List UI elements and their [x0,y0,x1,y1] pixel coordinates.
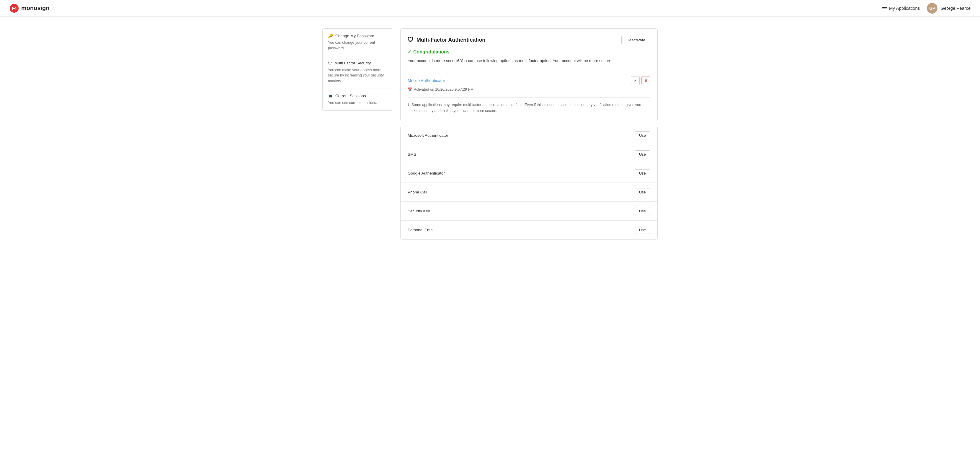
calendar-icon: 📅 [408,88,412,92]
sms-label: SMS [408,152,416,156]
header-right: My Applications GP George Pearce [882,3,970,14]
mfa-card: 🛡 Multi-Factor Authentication Deactivate… [400,28,658,121]
use-personal-email-button[interactable]: Use [635,226,650,234]
congratulations-message: ✓ Congratulations [408,49,650,55]
security-key-label: Security Key [408,209,430,213]
google-authenticator-label: Google Authenticator [408,171,445,175]
mobile-authenticator-link[interactable]: Mobile Authenticator [408,78,445,83]
use-phone-call-button[interactable]: Use [635,188,650,196]
my-applications-label: My Applications [889,6,920,11]
content-area: 🛡 Multi-Factor Authentication Deactivate… [400,28,658,239]
use-microsoft-button[interactable]: Use [635,131,650,139]
delete-authenticator-button[interactable]: 🗑 [641,76,650,85]
option-row-personal-email: Personal Email Use [401,221,657,239]
mobile-authenticator-section: Mobile Authenticator ✓ 🗑 📅 Activated on … [408,70,650,114]
shield-icon: 🛡 [328,61,332,65]
verify-authenticator-button[interactable]: ✓ [631,76,640,85]
sidebar-item-multi-factor-desc: You can make your access more secure by … [328,67,388,84]
option-row-phone-call: Phone Call Use [401,183,657,202]
my-applications-button[interactable]: My Applications [882,6,920,11]
mfa-title: 🛡 Multi-Factor Authentication [408,37,485,43]
user-name: George Pearce [940,6,970,11]
sidebar-item-current-sessions-title: 💻 Current Sessions [328,94,388,98]
option-row-microsoft: Microsoft Authenticator Use [401,126,657,145]
use-google-button[interactable]: Use [635,169,650,177]
personal-email-label: Personal Email [408,228,434,232]
sessions-icon: 💻 [328,94,333,98]
auth-actions: ✓ 🗑 [631,76,650,85]
avatar: GP [927,3,937,14]
shield-mfa-icon: 🛡 [408,37,414,43]
checkmark-icon: ✓ [408,49,412,55]
sidebar-item-multi-factor-title: 🛡 Multi Factor Security [328,61,388,65]
use-sms-button[interactable]: Use [635,150,650,158]
sidebar-item-change-password-title: 🔑 Change My Password [328,34,388,38]
hamburger-icon [882,7,887,9]
user-menu[interactable]: GP George Pearce [927,3,970,14]
sidebar-item-change-password-desc: You can change your current password. [328,40,388,51]
sidebar-card: 🔑 Change My Password You can change your… [322,28,393,111]
info-note: ℹ Some applications may require multi-fa… [408,97,650,114]
key-icon: 🔑 [328,34,333,38]
option-row-sms: SMS Use [401,145,657,164]
monosign-logo-icon [10,3,19,13]
option-row-security-key: Security Key Use [401,202,657,221]
info-circle-icon: ℹ [408,102,409,108]
svg-point-0 [10,4,19,13]
mfa-description: Your account is more secure! You can use… [408,57,650,64]
logo-text: monosign [21,5,49,11]
sidebar-item-multi-factor[interactable]: 🛡 Multi Factor Security You can make you… [323,56,393,89]
microsoft-authenticator-label: Microsoft Authenticator [408,133,448,138]
logo[interactable]: monosign [10,3,49,13]
phone-call-label: Phone Call [408,190,427,194]
use-security-key-button[interactable]: Use [635,207,650,215]
option-row-google: Google Authenticator Use [401,164,657,183]
sidebar-item-current-sessions[interactable]: 💻 Current Sessions You can see current s… [323,89,393,110]
header: monosign My Applications GP George Pearc… [0,0,980,16]
options-card: Microsoft Authenticator Use SMS Use Goog… [400,126,658,239]
sidebar-item-current-sessions-desc: You can see current sessions. [328,100,388,106]
deactivate-button[interactable]: Deactivate [621,36,650,44]
activated-info: 📅 Activated on 10/20/2020 9:57:29 PM [408,88,650,92]
sidebar: 🔑 Change My Password You can change your… [322,28,393,239]
mobile-authenticator-header: Mobile Authenticator ✓ 🗑 [408,76,650,85]
mfa-header: 🛡 Multi-Factor Authentication Deactivate [408,36,650,44]
main-content: 🔑 Change My Password You can change your… [313,16,667,251]
sidebar-item-change-password[interactable]: 🔑 Change My Password You can change your… [323,29,393,56]
